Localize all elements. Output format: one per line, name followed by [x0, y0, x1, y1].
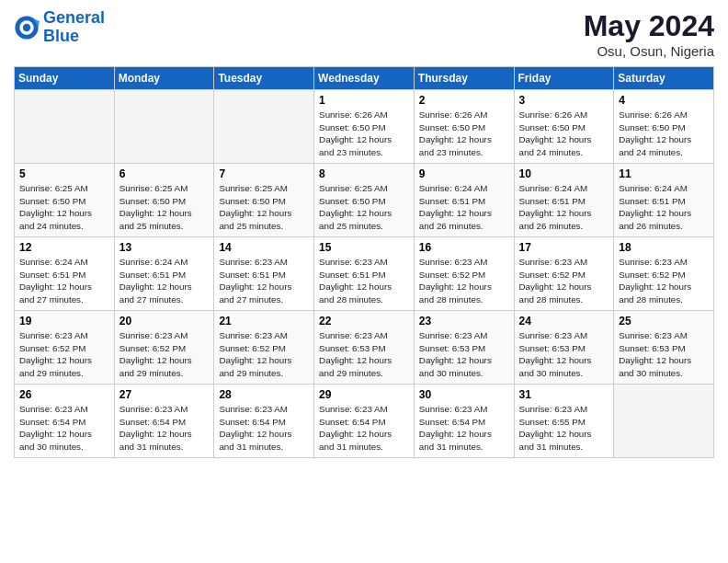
day-info: Sunrise: 6:26 AM Sunset: 6:50 PM Dayligh… — [519, 109, 609, 159]
day-number: 29 — [319, 388, 409, 401]
weekday-row: SundayMondayTuesdayWednesdayThursdayFrid… — [15, 67, 714, 90]
day-number: 2 — [419, 94, 509, 107]
day-number: 12 — [19, 241, 109, 254]
calendar-week-row: 1Sunrise: 6:26 AM Sunset: 6:50 PM Daylig… — [15, 90, 714, 164]
day-info: Sunrise: 6:24 AM Sunset: 6:51 PM Dayligh… — [19, 256, 109, 306]
calendar-cell: 14Sunrise: 6:23 AM Sunset: 6:51 PM Dayli… — [214, 237, 314, 311]
day-number: 6 — [119, 167, 210, 180]
day-info: Sunrise: 6:24 AM Sunset: 6:51 PM Dayligh… — [119, 256, 210, 306]
calendar-header: SundayMondayTuesdayWednesdayThursdayFrid… — [15, 67, 714, 90]
day-info: Sunrise: 6:23 AM Sunset: 6:54 PM Dayligh… — [119, 403, 210, 454]
weekday-header: Sunday — [15, 67, 115, 90]
weekday-header: Friday — [514, 67, 614, 90]
calendar-cell: 1Sunrise: 6:26 AM Sunset: 6:50 PM Daylig… — [314, 90, 415, 164]
logo-icon — [14, 15, 40, 40]
calendar-cell — [114, 90, 214, 164]
day-info: Sunrise: 6:23 AM Sunset: 6:55 PM Dayligh… — [519, 403, 609, 454]
day-info: Sunrise: 6:23 AM Sunset: 6:52 PM Dayligh… — [219, 329, 309, 380]
calendar-cell: 5Sunrise: 6:25 AM Sunset: 6:50 PM Daylig… — [15, 164, 115, 237]
day-number: 8 — [319, 167, 409, 180]
calendar-week-row: 12Sunrise: 6:24 AM Sunset: 6:51 PM Dayli… — [15, 237, 714, 311]
day-number: 25 — [619, 315, 709, 327]
calendar-cell: 28Sunrise: 6:23 AM Sunset: 6:54 PM Dayli… — [214, 385, 314, 458]
day-number: 13 — [119, 241, 210, 254]
day-number: 23 — [419, 315, 509, 327]
day-info: Sunrise: 6:26 AM Sunset: 6:50 PM Dayligh… — [619, 109, 709, 159]
day-number: 30 — [419, 388, 509, 401]
calendar-cell: 18Sunrise: 6:23 AM Sunset: 6:52 PM Dayli… — [614, 237, 714, 311]
header: General Blue May 2024 Osu, Osun, Nigeria — [14, 9, 714, 59]
day-number: 15 — [319, 241, 409, 254]
calendar-cell: 29Sunrise: 6:23 AM Sunset: 6:54 PM Dayli… — [314, 385, 415, 458]
logo-text: General Blue — [43, 9, 105, 46]
day-number: 4 — [619, 94, 709, 107]
calendar-cell: 15Sunrise: 6:23 AM Sunset: 6:51 PM Dayli… — [314, 237, 415, 311]
day-number: 20 — [119, 315, 210, 327]
calendar-cell: 30Sunrise: 6:23 AM Sunset: 6:54 PM Dayli… — [414, 385, 514, 458]
calendar-cell: 31Sunrise: 6:23 AM Sunset: 6:55 PM Dayli… — [514, 385, 614, 458]
day-number: 26 — [19, 388, 109, 401]
day-info: Sunrise: 6:25 AM Sunset: 6:50 PM Dayligh… — [219, 182, 309, 233]
day-number: 19 — [19, 315, 109, 327]
day-number: 28 — [219, 388, 309, 401]
day-info: Sunrise: 6:23 AM Sunset: 6:53 PM Dayligh… — [619, 329, 709, 380]
calendar-cell: 8Sunrise: 6:25 AM Sunset: 6:50 PM Daylig… — [314, 164, 415, 237]
day-info: Sunrise: 6:23 AM Sunset: 6:52 PM Dayligh… — [419, 256, 509, 306]
calendar-cell: 25Sunrise: 6:23 AM Sunset: 6:53 PM Dayli… — [614, 311, 714, 385]
day-number: 22 — [319, 315, 409, 327]
calendar-cell — [614, 385, 714, 458]
calendar-cell: 26Sunrise: 6:23 AM Sunset: 6:54 PM Dayli… — [15, 385, 115, 458]
day-number: 24 — [519, 315, 609, 327]
day-number: 31 — [519, 388, 609, 401]
day-info: Sunrise: 6:24 AM Sunset: 6:51 PM Dayligh… — [419, 182, 509, 233]
day-info: Sunrise: 6:25 AM Sunset: 6:50 PM Dayligh… — [19, 182, 109, 233]
day-info: Sunrise: 6:23 AM Sunset: 6:51 PM Dayligh… — [319, 256, 409, 306]
calendar-cell: 9Sunrise: 6:24 AM Sunset: 6:51 PM Daylig… — [414, 164, 514, 237]
calendar: SundayMondayTuesdayWednesdayThursdayFrid… — [14, 66, 714, 458]
calendar-cell — [214, 90, 314, 164]
day-info: Sunrise: 6:23 AM Sunset: 6:53 PM Dayligh… — [519, 329, 609, 380]
weekday-header: Saturday — [614, 67, 714, 90]
day-number: 10 — [519, 167, 609, 180]
day-info: Sunrise: 6:25 AM Sunset: 6:50 PM Dayligh… — [319, 182, 409, 233]
day-info: Sunrise: 6:24 AM Sunset: 6:51 PM Dayligh… — [619, 182, 709, 233]
calendar-week-row: 5Sunrise: 6:25 AM Sunset: 6:50 PM Daylig… — [15, 164, 714, 237]
calendar-cell: 19Sunrise: 6:23 AM Sunset: 6:52 PM Dayli… — [15, 311, 115, 385]
day-number: 27 — [119, 388, 210, 401]
calendar-cell: 6Sunrise: 6:25 AM Sunset: 6:50 PM Daylig… — [114, 164, 214, 237]
calendar-week-row: 19Sunrise: 6:23 AM Sunset: 6:52 PM Dayli… — [15, 311, 714, 385]
day-number: 21 — [219, 315, 309, 327]
day-info: Sunrise: 6:24 AM Sunset: 6:51 PM Dayligh… — [519, 182, 609, 233]
calendar-cell: 13Sunrise: 6:24 AM Sunset: 6:51 PM Dayli… — [114, 237, 214, 311]
calendar-cell: 24Sunrise: 6:23 AM Sunset: 6:53 PM Dayli… — [514, 311, 614, 385]
day-info: Sunrise: 6:23 AM Sunset: 6:54 PM Dayligh… — [319, 403, 409, 454]
day-number: 1 — [319, 94, 409, 107]
location: Osu, Osun, Nigeria — [584, 43, 714, 59]
day-info: Sunrise: 6:25 AM Sunset: 6:50 PM Dayligh… — [119, 182, 210, 233]
svg-point-2 — [23, 24, 30, 31]
calendar-cell: 2Sunrise: 6:26 AM Sunset: 6:50 PM Daylig… — [414, 90, 514, 164]
calendar-cell: 17Sunrise: 6:23 AM Sunset: 6:52 PM Dayli… — [514, 237, 614, 311]
day-number: 3 — [519, 94, 609, 107]
calendar-cell: 23Sunrise: 6:23 AM Sunset: 6:53 PM Dayli… — [414, 311, 514, 385]
day-info: Sunrise: 6:23 AM Sunset: 6:51 PM Dayligh… — [219, 256, 309, 306]
day-info: Sunrise: 6:23 AM Sunset: 6:54 PM Dayligh… — [219, 403, 309, 454]
calendar-cell: 12Sunrise: 6:24 AM Sunset: 6:51 PM Dayli… — [15, 237, 115, 311]
calendar-cell: 4Sunrise: 6:26 AM Sunset: 6:50 PM Daylig… — [614, 90, 714, 164]
calendar-cell: 7Sunrise: 6:25 AM Sunset: 6:50 PM Daylig… — [214, 164, 314, 237]
day-number: 17 — [519, 241, 609, 254]
day-number: 7 — [219, 167, 309, 180]
day-number: 16 — [419, 241, 509, 254]
calendar-cell: 21Sunrise: 6:23 AM Sunset: 6:52 PM Dayli… — [214, 311, 314, 385]
day-info: Sunrise: 6:23 AM Sunset: 6:52 PM Dayligh… — [619, 256, 709, 306]
calendar-week-row: 26Sunrise: 6:23 AM Sunset: 6:54 PM Dayli… — [15, 385, 714, 458]
day-info: Sunrise: 6:23 AM Sunset: 6:52 PM Dayligh… — [119, 329, 210, 380]
calendar-cell: 3Sunrise: 6:26 AM Sunset: 6:50 PM Daylig… — [514, 90, 614, 164]
title-block: May 2024 Osu, Osun, Nigeria — [584, 9, 714, 59]
day-info: Sunrise: 6:23 AM Sunset: 6:53 PM Dayligh… — [319, 329, 409, 380]
calendar-cell: 22Sunrise: 6:23 AM Sunset: 6:53 PM Dayli… — [314, 311, 415, 385]
calendar-cell: 11Sunrise: 6:24 AM Sunset: 6:51 PM Dayli… — [614, 164, 714, 237]
day-number: 5 — [19, 167, 109, 180]
weekday-header: Monday — [114, 67, 214, 90]
day-info: Sunrise: 6:26 AM Sunset: 6:50 PM Dayligh… — [419, 109, 509, 159]
